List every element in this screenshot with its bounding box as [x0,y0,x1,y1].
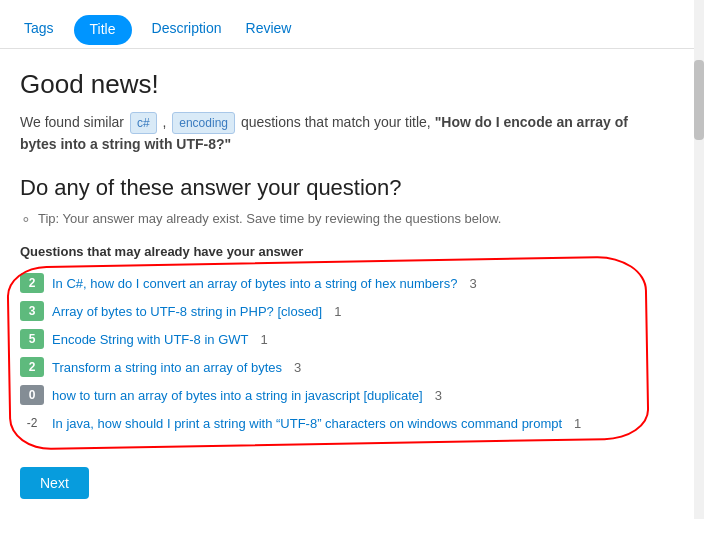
tab-tags[interactable]: Tags [20,12,58,48]
good-news-heading: Good news! [20,69,640,100]
found-text-middle: questions that match your title, [241,114,435,130]
question-link-4[interactable]: Transform a string into an array of byte… [52,360,282,375]
question-link-2[interactable]: Array of bytes to UTF-8 string in PHP? [… [52,304,322,319]
found-text-prefix: We found similar [20,114,124,130]
answer-count-3: 1 [261,332,268,347]
question-link-1[interactable]: In C#, how do I convert an array of byte… [52,276,457,291]
question-row-6: -2 In java, how should I print a string … [20,409,640,437]
scrollbar-thumb[interactable] [694,60,704,140]
question-row-1: 2 In C#, how do I convert an array of by… [20,269,640,297]
question-link-5[interactable]: how to turn an array of bytes into a str… [52,388,423,403]
tab-title[interactable]: Title [74,15,132,45]
score-badge-2: 3 [20,301,44,321]
answer-count-6: 1 [574,416,581,431]
tip-text: Tip: Your answer may already exist. Save… [38,211,501,226]
question-row-4: 2 Transform a string into an array of by… [20,353,640,381]
question-link-6[interactable]: In java, how should I print a string wit… [52,416,562,431]
tip-container: ⚬ Tip: Your answer may already exist. Sa… [20,211,640,228]
answer-count-2: 1 [334,304,341,319]
question-link-3[interactable]: Encode String with UTF-8 in GWT [52,332,249,347]
score-badge-4: 2 [20,357,44,377]
tab-description[interactable]: Description [148,12,226,48]
score-badge-6: -2 [20,413,44,433]
main-content: Good news! We found similar c# , encodin… [0,49,660,519]
answer-count-1: 3 [469,276,476,291]
tab-review[interactable]: Review [242,12,296,48]
found-text: We found similar c# , encoding questions… [20,112,640,155]
bulb-icon: ⚬ [20,212,32,228]
answer-count-4: 3 [294,360,301,375]
score-badge-1: 2 [20,273,44,293]
questions-container: 2 In C#, how do I convert an array of by… [20,269,640,437]
question-row-5: 0 how to turn an array of bytes into a s… [20,381,640,409]
scrollbar-track [694,0,704,519]
do-any-heading: Do any of these answer your question? [20,175,640,201]
top-nav: Tags Title Description Review [0,0,704,49]
score-badge-5: 0 [20,385,44,405]
next-button[interactable]: Next [20,467,89,499]
question-row-3: 5 Encode String with UTF-8 in GWT 1 [20,325,640,353]
questions-heading: Questions that may already have your ans… [20,244,640,259]
tag-encoding: encoding [172,112,235,134]
tag-csharp: c# [130,112,157,134]
question-row-2: 3 Array of bytes to UTF-8 string in PHP?… [20,297,640,325]
score-badge-3: 5 [20,329,44,349]
answer-count-5: 3 [435,388,442,403]
